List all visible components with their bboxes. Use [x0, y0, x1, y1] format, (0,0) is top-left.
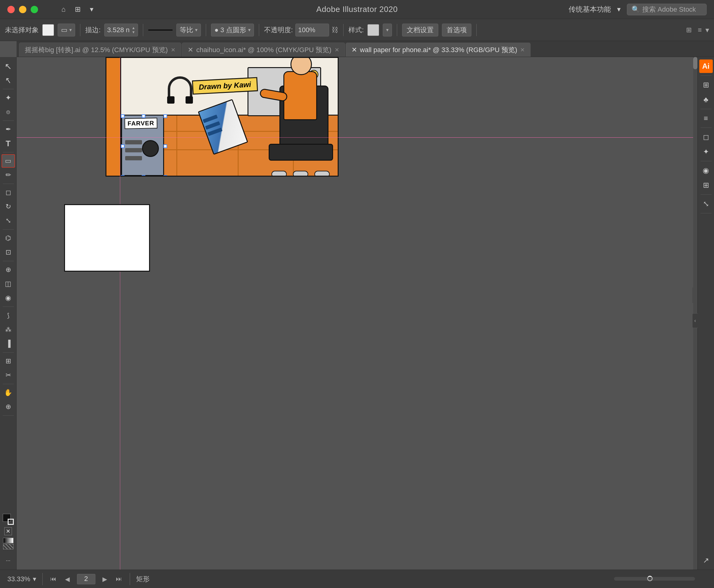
horizontal-scrollbar[interactable] — [614, 577, 695, 581]
zoom-caret[interactable]: ▾ — [33, 575, 36, 583]
workspace-icon[interactable]: ≡ — [698, 26, 702, 34]
properties-button[interactable]: ≡ — [699, 111, 713, 125]
opacity-field[interactable]: 100% — [295, 24, 329, 37]
stroke-up-arrow[interactable]: ▲ — [131, 26, 135, 30]
search-adobe-stock[interactable]: 🔍 搜索 Adobe Stock — [627, 4, 707, 15]
eyedropper-button[interactable]: ◉ — [2, 291, 15, 305]
maximize-button[interactable] — [31, 6, 38, 13]
person-head — [290, 57, 312, 75]
gradient-button[interactable]: ◫ — [2, 277, 15, 291]
ai-panel-button[interactable]: Ai — [699, 60, 713, 73]
graphic-styles-button[interactable]: ✦ — [699, 145, 713, 159]
artboard-white-rectangle — [64, 204, 150, 272]
lasso-tool-button[interactable]: ⌾ — [2, 105, 15, 119]
fill-dropdown-icon: ▭ — [61, 26, 67, 34]
rp-sep-2 — [700, 109, 712, 109]
fill-stroke-area[interactable]: ✕ — [3, 514, 14, 552]
scale-tool-button[interactable]: ⤡ — [2, 214, 15, 228]
arrange-icon[interactable]: ⊞ — [686, 26, 692, 34]
type-tool-button[interactable]: T — [2, 137, 15, 150]
home-icon[interactable]: ⌂ — [61, 5, 66, 14]
rotate-tool-button[interactable]: ↻ — [2, 200, 15, 213]
grid-dropdown[interactable]: ▾ — [90, 5, 94, 14]
no-selection-label: 未选择对象 — [5, 25, 39, 35]
transform-button[interactable]: ⤡ — [699, 197, 713, 211]
export-button[interactable]: ↗ — [699, 554, 713, 567]
none-icon[interactable]: ✕ — [4, 527, 12, 535]
pen-tool-button[interactable]: ✒ — [2, 123, 15, 136]
nav-last-button[interactable]: ⏭ — [115, 574, 124, 584]
doc-settings-button[interactable]: 文档设置 — [402, 24, 438, 37]
stroke-down-arrow[interactable]: ▼ — [131, 30, 135, 34]
stroke-preview — [148, 29, 173, 31]
edit-toolbar-button[interactable]: ··· — [2, 554, 15, 567]
blend-button[interactable]: ⟆ — [2, 309, 15, 322]
person-body — [283, 71, 317, 120]
close-button[interactable] — [7, 6, 15, 13]
eraser-tool-button[interactable]: ◻ — [2, 186, 15, 199]
stroke-type-dropdown[interactable]: 等比 ▾ — [176, 24, 201, 37]
swatches-button[interactable]: ⊞ — [699, 178, 713, 192]
nav-first-button[interactable]: ⏮ — [49, 574, 58, 584]
farver-cabinet: FARVER — [121, 115, 164, 176]
selection-handle-tm — [142, 114, 145, 118]
vertical-scrollbar-thumb[interactable] — [693, 57, 697, 69]
tab-3-close[interactable]: ✕ — [520, 47, 525, 53]
hand-tool-button[interactable]: ✋ — [2, 386, 15, 399]
zoom-tool-button[interactable]: ⊕ — [2, 400, 15, 414]
fill-stroke-swatches[interactable] — [3, 514, 14, 525]
fill-dropdown[interactable]: ▭ ▾ — [58, 24, 75, 37]
stroke-value: 3.528 n — [107, 26, 129, 34]
selection-tool-button[interactable]: ↖ — [2, 60, 15, 73]
style-swatch[interactable] — [367, 24, 379, 36]
selection-handle-tr — [163, 114, 167, 118]
orange-sidebar-strip — [106, 58, 121, 176]
right-panel: ‹ Ai ⊞ ♣ ≡ ◻ ✦ ◉ ⊞ ⤡ ↗ — [697, 57, 714, 570]
zoom-control[interactable]: 33.33% ▾ — [7, 575, 36, 583]
slice-button[interactable]: ✂ — [2, 369, 15, 382]
toolbar-divider-5 — [343, 24, 344, 36]
titlebar-right: 传统基本功能 ▾ 🔍 搜索 Adobe Stock — [569, 4, 707, 15]
traditional-menu[interactable]: 传统基本功能 — [569, 5, 611, 14]
pattern-icon[interactable] — [3, 544, 14, 549]
stroke-width-field[interactable]: 3.528 n ▲ ▼ — [104, 24, 138, 37]
minimize-button[interactable] — [19, 6, 26, 13]
magic-wand-tool-button[interactable]: ✦ — [2, 91, 15, 105]
window-controls[interactable] — [7, 6, 38, 13]
color-button[interactable]: ◉ — [699, 164, 713, 177]
grid-icon[interactable]: ⊞ — [75, 5, 81, 14]
tab-2-close[interactable]: ✕ — [334, 47, 339, 53]
nav-next-button[interactable]: ▶ — [100, 574, 109, 584]
artboard-button[interactable]: ⊞ — [2, 354, 15, 368]
shape-status: 矩形 — [136, 574, 150, 584]
tab-3[interactable]: ✕ wall paper for phone.ai* @ 33.33% (RGB… — [346, 43, 531, 57]
tab-1[interactable]: 摇摇椅big [转换].ai @ 12.5% (CMYK/GPU 预览) ✕ — [19, 43, 181, 57]
style-dropdown[interactable]: ▾ — [383, 24, 392, 37]
libraries-button[interactable]: ♣ — [699, 93, 713, 106]
selection-handle-bl — [121, 175, 124, 176]
opacity-link-icon[interactable]: ⛓ — [331, 26, 338, 34]
nav-prev-button[interactable]: ◀ — [63, 574, 72, 584]
stroke-box[interactable] — [8, 519, 14, 525]
workspace-caret[interactable]: ▾ — [706, 26, 709, 34]
page-number-input[interactable]: 2 — [77, 574, 95, 584]
free-transform-button[interactable]: ⊡ — [2, 246, 15, 259]
stroke-arrows[interactable]: ▲ ▼ — [131, 26, 135, 34]
appearance-button[interactable]: ◻ — [699, 130, 713, 144]
right-panel-collapse[interactable]: ‹ — [692, 313, 698, 328]
preferences-button[interactable]: 首选项 — [442, 24, 471, 37]
rectangle-tool-button[interactable]: ▭ — [2, 154, 15, 168]
warp-tool-button[interactable]: ⌬ — [2, 231, 15, 245]
tab-2[interactable]: ✕ chaihuo_icon.ai* @ 100% (CMYK/GPU 预览) … — [182, 43, 345, 57]
layers-button[interactable]: ⊞ — [699, 78, 713, 92]
gradient-icon[interactable] — [3, 538, 14, 543]
direct-selection-tool-button[interactable]: ↖ — [0, 73, 16, 88]
fill-color-swatch[interactable] — [42, 24, 54, 36]
shape-builder-button[interactable]: ⊕ — [2, 263, 15, 276]
pencil-tool-button[interactable]: ✏ — [2, 168, 15, 182]
graph-button[interactable]: ▐ — [2, 337, 15, 351]
tab-1-close[interactable]: ✕ — [171, 47, 176, 53]
symbol-sprayer-button[interactable]: ⁂ — [2, 323, 15, 336]
menu-dropdown-icon[interactable]: ▾ — [617, 5, 621, 14]
point-type-dropdown[interactable]: ● 3 点圆形 ▾ — [211, 24, 254, 37]
